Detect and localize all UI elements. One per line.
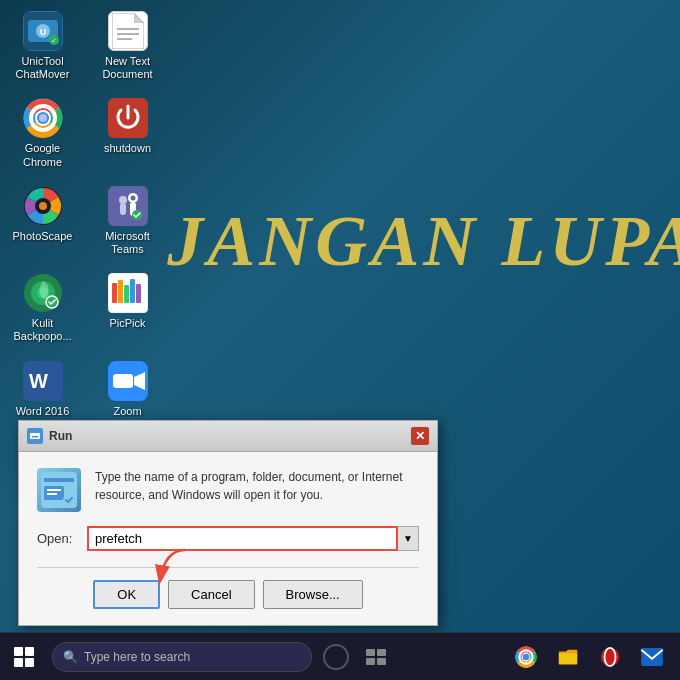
run-title-left: Run bbox=[27, 428, 72, 444]
windows-logo bbox=[14, 647, 34, 667]
run-body: Type the name of a program, folder, docu… bbox=[19, 452, 437, 625]
win-quad-bl bbox=[14, 658, 23, 667]
taskbar-opera-icon[interactable] bbox=[590, 637, 630, 677]
svg-text:W: W bbox=[29, 370, 48, 392]
svg-text:✓: ✓ bbox=[51, 37, 57, 44]
desktop: JANGAN LUPA U ✓ UnicTool ChatMover bbox=[0, 0, 680, 632]
svg-rect-34 bbox=[124, 285, 129, 303]
svg-point-25 bbox=[130, 195, 135, 200]
desktop-icon-grid: U ✓ UnicTool ChatMover New Text Document bbox=[5, 5, 170, 424]
taskbar-start-button[interactable] bbox=[0, 633, 48, 681]
svg-rect-24 bbox=[120, 203, 126, 215]
icon-new-text-doc[interactable]: New Text Document bbox=[90, 5, 165, 87]
icon-new-text-doc-label: New Text Document bbox=[94, 55, 161, 81]
svg-rect-48 bbox=[47, 489, 61, 491]
icon-google-chrome[interactable]: Google Chrome bbox=[5, 92, 80, 174]
taskbar-task-view-button[interactable] bbox=[356, 637, 396, 677]
svg-text:U: U bbox=[39, 27, 46, 37]
run-dialog: Run ✕ Type the name of a bbox=[18, 420, 438, 626]
taskbar-chrome-icon[interactable] bbox=[506, 637, 546, 677]
icon-word-2016-label: Word 2016 bbox=[16, 405, 70, 418]
run-buttons: OK Cancel Browse... bbox=[37, 580, 419, 609]
mail-icon bbox=[641, 648, 663, 666]
win-quad-tr bbox=[25, 647, 34, 656]
icon-kulit-backprop-label: Kulit Backpopo... bbox=[9, 317, 76, 343]
run-input[interactable] bbox=[87, 526, 398, 551]
svg-rect-52 bbox=[366, 649, 375, 656]
icon-google-chrome-label: Google Chrome bbox=[9, 142, 76, 168]
icon-picpick[interactable]: PicPick bbox=[90, 267, 165, 349]
svg-rect-33 bbox=[118, 280, 123, 303]
run-close-button[interactable]: ✕ bbox=[411, 427, 429, 445]
svg-rect-54 bbox=[366, 658, 375, 665]
svg-rect-46 bbox=[44, 478, 74, 482]
run-app-icon bbox=[37, 468, 81, 512]
run-title-text: Run bbox=[49, 429, 72, 443]
icon-photoscape-label: PhotoScape bbox=[13, 230, 73, 243]
icon-word-2016[interactable]: W Word 2016 bbox=[5, 355, 80, 424]
run-dialog-icon bbox=[27, 428, 43, 444]
svg-rect-36 bbox=[136, 284, 141, 303]
cortana-circle bbox=[323, 644, 349, 670]
icon-picpick-label: PicPick bbox=[109, 317, 145, 330]
svg-rect-32 bbox=[112, 283, 117, 303]
icon-shutdown[interactable]: shutdown bbox=[90, 92, 165, 174]
icon-zoom[interactable]: Zoom bbox=[90, 355, 165, 424]
taskbar-cortana-button[interactable] bbox=[316, 637, 356, 677]
taskbar-file-explorer-icon[interactable] bbox=[548, 637, 588, 677]
svg-rect-49 bbox=[47, 493, 57, 495]
svg-rect-40 bbox=[113, 374, 133, 388]
svg-rect-53 bbox=[377, 649, 386, 656]
task-view-icon bbox=[366, 649, 386, 665]
icon-unicitool-label: UnicTool ChatMover bbox=[9, 55, 76, 81]
icon-shutdown-label: shutdown bbox=[104, 142, 151, 155]
svg-rect-20 bbox=[109, 187, 147, 225]
run-input-wrapper: ▼ bbox=[87, 526, 419, 551]
icon-microsoft-teams-label: Microsoft Teams bbox=[94, 230, 161, 256]
run-top: Type the name of a program, folder, docu… bbox=[37, 468, 419, 512]
icon-microsoft-teams[interactable]: Microsoft Teams bbox=[90, 180, 165, 262]
run-divider bbox=[37, 567, 419, 568]
taskbar-search-icon: 🔍 bbox=[63, 650, 78, 664]
svg-rect-62 bbox=[641, 648, 663, 666]
run-open-label: Open: bbox=[37, 531, 77, 546]
folder-icon bbox=[557, 646, 579, 668]
svg-point-58 bbox=[523, 653, 530, 660]
win-quad-br bbox=[25, 658, 34, 667]
svg-point-14 bbox=[39, 114, 47, 122]
taskbar-search-placeholder: Type here to search bbox=[84, 650, 190, 664]
taskbar: 🔍 Type here to search bbox=[0, 632, 680, 680]
svg-rect-55 bbox=[377, 658, 386, 665]
icon-kulit-backprop[interactable]: Kulit Backpopo... bbox=[5, 267, 80, 349]
run-titlebar: Run ✕ bbox=[19, 421, 437, 452]
svg-point-60 bbox=[601, 647, 619, 665]
taskbar-search-box[interactable]: 🔍 Type here to search bbox=[52, 642, 312, 672]
icon-unicitool[interactable]: U ✓ UnicTool ChatMover bbox=[5, 5, 80, 87]
svg-rect-35 bbox=[130, 279, 135, 303]
opera-icon bbox=[599, 646, 621, 668]
taskbar-mail-icon[interactable] bbox=[632, 637, 672, 677]
icon-photoscape[interactable]: PhotoScape bbox=[5, 180, 80, 262]
svg-rect-44 bbox=[32, 436, 38, 438]
win-quad-tl bbox=[14, 647, 23, 656]
run-dropdown-button[interactable]: ▼ bbox=[398, 526, 419, 551]
run-description: Type the name of a program, folder, docu… bbox=[95, 468, 419, 504]
icon-zoom-label: Zoom bbox=[113, 405, 141, 418]
run-open-row: Open: ▼ bbox=[37, 526, 419, 551]
desktop-watermark: JANGAN LUPA bbox=[167, 200, 680, 283]
svg-point-19 bbox=[39, 202, 47, 210]
svg-marker-7 bbox=[134, 13, 144, 23]
taskbar-app-icons bbox=[506, 637, 680, 677]
run-browse-button[interactable]: Browse... bbox=[263, 580, 363, 609]
svg-point-23 bbox=[119, 196, 127, 204]
